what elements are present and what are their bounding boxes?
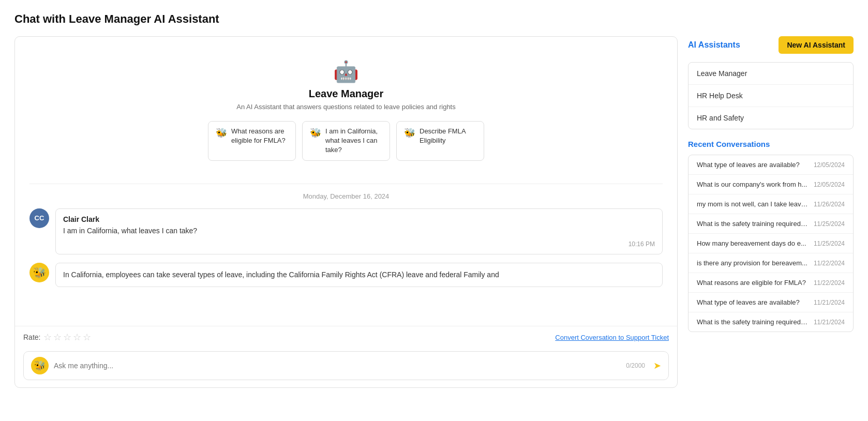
recent-item-date-5: 11/22/2024	[814, 260, 845, 267]
chat-body: 🤖 Leave Manager An AI Assistant that ans…	[15, 37, 677, 326]
user-message-bubble: Clair Clark I am in California, what lea…	[55, 208, 663, 254]
new-ai-assistant-button[interactable]: New AI Assistant	[779, 36, 854, 54]
right-panel-header: AI Assistants New AI Assistant	[688, 36, 854, 54]
rate-left: Rate: ☆ ☆ ☆ ☆ ☆	[23, 332, 91, 343]
recent-item-text-2: my mom is not well, can I take leave...	[697, 200, 809, 208]
recent-item-text-5: is there any provision for bereavem...	[697, 259, 809, 267]
recent-item-date-7: 11/21/2024	[814, 299, 845, 306]
ai-assistants-label: AI Assistants	[688, 40, 740, 50]
bot-message-bubble: In California, employees can take severa…	[55, 263, 663, 287]
suggestion-chip-1[interactable]: 🐝 I am in California, what leaves I can …	[302, 121, 390, 161]
message-sender: Clair Clark	[63, 215, 655, 223]
message-row-user: CC Clair Clark I am in California, what …	[29, 208, 663, 254]
ai-list-item-1[interactable]: HR Help Desk	[689, 85, 853, 107]
recent-item-date-6: 11/22/2024	[814, 279, 845, 287]
recent-item-0[interactable]: What type of leaves are available? 12/05…	[689, 155, 853, 175]
suggestion-chips: 🐝 What reasons are eligible for FMLA? 🐝 …	[29, 121, 663, 161]
chat-footer-bar: Rate: ☆ ☆ ☆ ☆ ☆ Convert Coversation to S…	[15, 326, 677, 351]
message-row-bot: 🐝 In California, employees can take seve…	[29, 263, 663, 287]
bot-message-text: In California, employees can take severa…	[63, 269, 655, 280]
ai-assistants-list: Leave Manager HR Help Desk HR and Safety	[688, 62, 854, 129]
char-counter: 0/2000	[626, 362, 645, 369]
recent-item-7[interactable]: What type of leaves are available? 11/21…	[689, 293, 853, 312]
star-5[interactable]: ☆	[83, 332, 91, 343]
chat-panel: 🤖 Leave Manager An AI Assistant that ans…	[14, 36, 678, 388]
suggestion-chip-0[interactable]: 🐝 What reasons are eligible for FMLA?	[208, 121, 296, 161]
star-rating[interactable]: ☆ ☆ ☆ ☆ ☆	[43, 332, 91, 343]
recent-item-text-4: How many bereavement days do e...	[697, 239, 809, 247]
assistant-avatar-icon: 🤖	[29, 59, 663, 84]
recent-item-1[interactable]: What is our company's work from h... 12/…	[689, 175, 853, 194]
assistant-name: Leave Manager	[29, 88, 663, 100]
user-avatar: CC	[29, 208, 49, 228]
recent-conversations-list: What type of leaves are available? 12/05…	[688, 155, 854, 332]
star-2[interactable]: ☆	[53, 332, 62, 343]
star-3[interactable]: ☆	[63, 332, 71, 343]
recent-conversations-label: Recent Conversations	[688, 140, 854, 148]
chip-text-2: Describe FMLA Eligibility	[420, 127, 476, 145]
recent-item-text-3: What is the safety training required f..…	[697, 220, 809, 228]
rate-label: Rate:	[23, 333, 40, 341]
user-message-text: I am in California, what leaves I can ta…	[63, 225, 655, 236]
recent-item-date-8: 11/21/2024	[814, 319, 845, 326]
send-button[interactable]: ➤	[653, 360, 661, 371]
ai-list-item-0[interactable]: Leave Manager	[689, 63, 853, 85]
star-4[interactable]: ☆	[73, 332, 81, 343]
ai-list-item-2[interactable]: HR and Safety	[689, 107, 853, 129]
chip-text-0: What reasons are eligible for FMLA?	[231, 127, 288, 145]
recent-item-3[interactable]: What is the safety training required f..…	[689, 214, 853, 234]
chip-emoji-0: 🐝	[216, 127, 227, 140]
star-1[interactable]: ☆	[43, 332, 52, 343]
recent-item-date-0: 12/05/2024	[814, 161, 845, 169]
convert-to-ticket-link[interactable]: Convert Coversation to Support Ticket	[555, 334, 669, 341]
recent-item-8[interactable]: What is the safety training required f..…	[689, 312, 853, 332]
recent-item-date-3: 11/25/2024	[814, 220, 845, 228]
suggestion-chip-2[interactable]: 🐝 Describe FMLA Eligibility	[396, 121, 484, 161]
recent-item-date-1: 12/05/2024	[814, 181, 845, 188]
recent-item-5[interactable]: is there any provision for bereavem... 1…	[689, 253, 853, 273]
recent-item-2[interactable]: my mom is not well, can I take leave... …	[689, 194, 853, 214]
recent-item-6[interactable]: What reasons are eligible for FMLA? 11/2…	[689, 273, 853, 293]
input-area: 🐝 0/2000 ➤	[23, 351, 669, 380]
recent-item-text-7: What type of leaves are available?	[697, 298, 809, 306]
chip-text-1: I am in California, what leaves I can ta…	[325, 127, 382, 155]
chip-emoji-1: 🐝	[310, 127, 321, 140]
rate-row: Rate: ☆ ☆ ☆ ☆ ☆ Convert Coversation to S…	[23, 332, 669, 343]
input-bot-icon: 🐝	[31, 357, 49, 374]
chip-emoji-2: 🐝	[404, 127, 415, 140]
page-title: Chat with Leave Manager AI Assistant	[14, 12, 854, 26]
assistant-intro: 🤖 Leave Manager An AI Assistant that ans…	[29, 49, 663, 173]
recent-item-text-1: What is our company's work from h...	[697, 181, 809, 188]
right-panel: AI Assistants New AI Assistant Leave Man…	[688, 36, 854, 332]
user-message-time: 10:16 PM	[63, 240, 655, 248]
assistant-description: An AI Assistant that answers questions r…	[29, 103, 663, 111]
chat-input[interactable]	[54, 362, 621, 370]
recent-item-text-0: What type of leaves are available?	[697, 161, 809, 169]
recent-item-text-8: What is the safety training required f..…	[697, 318, 809, 326]
recent-item-date-4: 11/25/2024	[814, 240, 845, 247]
bot-avatar: 🐝	[29, 263, 49, 282]
recent-item-text-6: What reasons are eligible for FMLA?	[697, 279, 809, 287]
recent-item-4[interactable]: How many bereavement days do e... 11/25/…	[689, 234, 853, 253]
recent-item-date-2: 11/26/2024	[814, 201, 845, 208]
date-divider: Monday, December 16, 2024	[29, 184, 663, 200]
